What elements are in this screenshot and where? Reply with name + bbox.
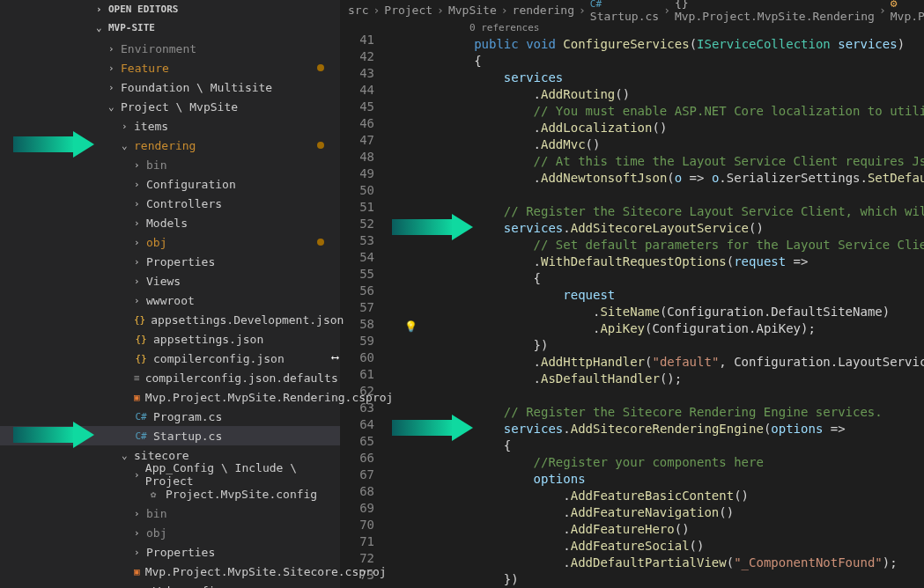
file-icon: ✿ bbox=[134, 584, 148, 588]
code-line[interactable]: }) bbox=[385, 337, 924, 354]
tree-item[interactable]: ›Models bbox=[0, 213, 340, 232]
file-explorer: › OPEN EDITORS ⌄ MVP-SITE ›Environment›F… bbox=[0, 0, 341, 588]
line-number: 51 bbox=[341, 199, 374, 216]
line-number: 71 bbox=[341, 533, 374, 550]
code-line[interactable]: .WithDefaultRequestOptions(request => bbox=[385, 254, 924, 270]
tree-item[interactable]: ›Properties bbox=[0, 252, 340, 271]
line-number: 43 bbox=[341, 65, 374, 82]
tree-item[interactable]: ›Properties bbox=[0, 542, 340, 562]
tree-item-label: Properties bbox=[146, 255, 215, 268]
code-line[interactable]: }) bbox=[385, 571, 924, 588]
chevron-right-icon: › bbox=[134, 469, 145, 481]
code-line[interactable]: request bbox=[385, 287, 924, 304]
code-line[interactable]: .AddFeatureBasicContent() bbox=[385, 488, 924, 504]
open-editors-label: OPEN EDITORS bbox=[108, 4, 178, 15]
tree-item-label: Web.config bbox=[153, 584, 222, 589]
tree-item[interactable]: ›Feature bbox=[0, 58, 340, 77]
tree-item-label: Startup.cs bbox=[153, 430, 222, 443]
code-line[interactable]: options bbox=[385, 471, 924, 488]
file-icon: ▣ bbox=[134, 390, 140, 404]
code-line[interactable] bbox=[385, 187, 924, 203]
code-line[interactable]: services bbox=[385, 70, 924, 86]
tree-item[interactable]: ›bin bbox=[0, 503, 340, 523]
tree-item-label: wwwroot bbox=[146, 294, 195, 307]
line-number: 68 bbox=[341, 483, 374, 500]
line-number-gutter: 4142434445464748495051525354555657585960… bbox=[341, 19, 385, 588]
tree-item[interactable]: ▣Mvp.Project.MvpSite.Rendering.csproj bbox=[0, 387, 340, 407]
breadcrumb-bar[interactable]: src›Project›MvpSite›rendering›C# Startup… bbox=[341, 0, 924, 19]
tree-item[interactable]: {}compilerconfig.json⟷ bbox=[0, 349, 340, 368]
tree-item[interactable]: ✿Project.MvpSite.config bbox=[0, 484, 340, 503]
line-number: 70 bbox=[341, 517, 374, 533]
line-number: 49 bbox=[341, 165, 374, 182]
code-line[interactable]: .ApiKey(Configuration.ApiKey); bbox=[385, 320, 924, 337]
tree-item-label: Feature bbox=[121, 62, 169, 75]
line-number: 67 bbox=[341, 467, 374, 483]
tree-item[interactable]: ›Configuration bbox=[0, 174, 340, 194]
code-line[interactable]: .AsDefaultHandler(); bbox=[385, 371, 924, 387]
file-icon: {} bbox=[134, 332, 148, 346]
tree-item[interactable]: ⌄Project \ MvpSite bbox=[0, 97, 340, 116]
modified-indicator-icon bbox=[317, 142, 324, 149]
line-number: 58 bbox=[341, 316, 374, 333]
code-line[interactable]: //Register your components here bbox=[385, 454, 924, 471]
line-number: 44 bbox=[341, 82, 374, 99]
code-line[interactable]: .SiteName(Configuration.DefaultSiteName) bbox=[385, 304, 924, 320]
tree-item[interactable]: ›obj bbox=[0, 523, 340, 542]
tree-item[interactable]: {}appsettings.Development.json bbox=[0, 310, 340, 329]
tree-item[interactable]: ≡compilerconfig.json.defaults bbox=[0, 368, 340, 387]
breadcrumb-separator-icon: › bbox=[579, 4, 586, 17]
code-line[interactable] bbox=[385, 387, 924, 404]
breadcrumb-segment[interactable]: rendering bbox=[513, 4, 574, 17]
tree-item-label: Foundation \ Multisite bbox=[121, 81, 272, 94]
open-editors-header[interactable]: › OPEN EDITORS bbox=[0, 0, 340, 18]
line-number: 54 bbox=[341, 249, 374, 266]
code-lens[interactable]: 0 references bbox=[385, 19, 924, 36]
code-line[interactable]: { bbox=[385, 53, 924, 70]
breadcrumb-segment[interactable]: src bbox=[348, 4, 368, 17]
tree-item[interactable]: ›wwwroot bbox=[0, 290, 340, 310]
tree-item[interactable]: ›obj bbox=[0, 232, 340, 252]
tree-item-label: compilerconfig.json bbox=[153, 352, 285, 365]
highlight-arrow-icon bbox=[13, 425, 101, 446]
tree-item[interactable]: ✿Web.config bbox=[0, 581, 340, 588]
project-header[interactable]: ⌄ MVP-SITE bbox=[0, 18, 340, 37]
lightbulb-icon[interactable]: 💡 bbox=[404, 320, 418, 333]
breadcrumb-separator-icon: › bbox=[879, 4, 886, 17]
file-icon: ▣ bbox=[134, 564, 140, 578]
code-line[interactable]: { bbox=[385, 270, 924, 287]
chevron-right-icon: › bbox=[134, 159, 146, 171]
code-line[interactable]: .AddHttpHandler("default", Configuration… bbox=[385, 354, 924, 371]
modified-indicator-icon bbox=[317, 239, 324, 246]
tree-item-label: bin bbox=[146, 507, 166, 520]
tree-item[interactable]: ›App_Config \ Include \ Project bbox=[0, 465, 340, 484]
code-line[interactable]: public void ConfigureServices(IServiceCo… bbox=[385, 36, 924, 53]
tree-item[interactable]: ›bin bbox=[0, 155, 340, 174]
tree-item[interactable]: ›Views bbox=[0, 271, 340, 290]
tree-item[interactable]: ›Controllers bbox=[0, 194, 340, 213]
breadcrumb-segment[interactable]: Project bbox=[384, 4, 432, 17]
code-content[interactable]: 0 references public void ConfigureServic… bbox=[385, 19, 924, 588]
tree-item[interactable]: ▣Mvp.Project.MvpSite.Sitecore.csproj bbox=[0, 562, 340, 581]
code-line[interactable]: .AddDefaultPartialView("_ComponentNotFou… bbox=[385, 555, 924, 571]
code-line[interactable]: // You must enable ASP.NET Core localiza… bbox=[385, 103, 924, 120]
code-line[interactable]: .AddNewtonsoftJson(o => o.SerializerSett… bbox=[385, 170, 924, 187]
breadcrumb-segment[interactable]: MvpSite bbox=[448, 4, 497, 17]
code-line[interactable]: .AddFeatureSocial() bbox=[385, 538, 924, 555]
code-line[interactable]: // At this time the Layout Service Clien… bbox=[385, 153, 924, 170]
tree-item[interactable]: ›Foundation \ Multisite bbox=[0, 77, 340, 97]
tree-item-label: Environment bbox=[121, 42, 196, 55]
code-line[interactable]: .AddFeatureHero() bbox=[385, 521, 924, 538]
chevron-right-icon: › bbox=[134, 256, 146, 268]
tree-item[interactable]: ›Environment bbox=[0, 39, 340, 58]
resize-icon[interactable]: ⟷ bbox=[332, 351, 338, 364]
tree-item[interactable]: ›items bbox=[0, 116, 340, 136]
tree-item[interactable]: C#Program.cs bbox=[0, 407, 340, 426]
code-line[interactable]: .AddFeatureNavigation() bbox=[385, 504, 924, 521]
code-line[interactable]: .AddMvc() bbox=[385, 136, 924, 153]
line-number: 69 bbox=[341, 500, 374, 517]
tree-item[interactable]: {}appsettings.json bbox=[0, 329, 340, 349]
line-number: 56 bbox=[341, 283, 374, 299]
code-line[interactable]: .AddRouting() bbox=[385, 86, 924, 103]
code-line[interactable]: .AddLocalization() bbox=[385, 120, 924, 136]
